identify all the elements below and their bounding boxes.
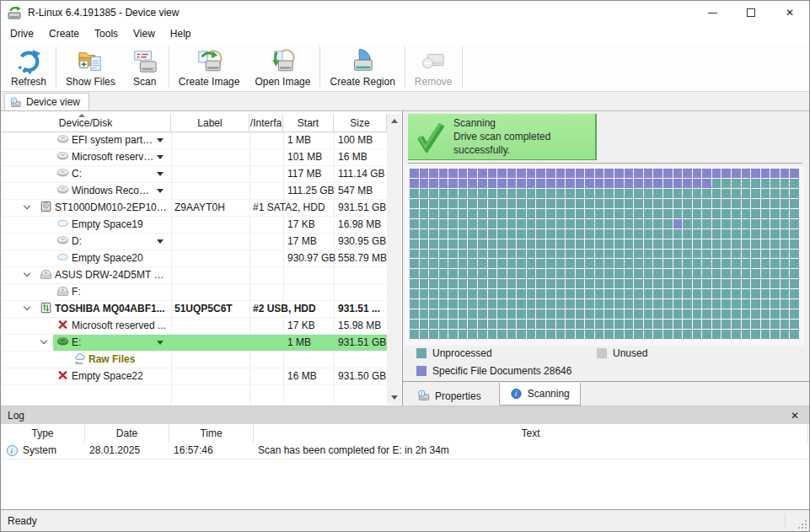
- device-row[interactable]: ASUS DRW-24D5MT 1.00: [1, 267, 387, 284]
- device-row[interactable]: Empty Space1917 KB16.98 MB: [1, 217, 387, 234]
- log-column-date[interactable]: Date: [85, 424, 169, 443]
- scan-block: [517, 189, 526, 198]
- minimize-button[interactable]: [693, 1, 732, 24]
- scan-block: [527, 239, 536, 249]
- log-entry[interactable]: iSystem28.01.202516:57:46Scan has been c…: [1, 443, 809, 459]
- device-row[interactable]: D:17 MB930.95 GB: [1, 234, 387, 250]
- log-column-text[interactable]: Text: [254, 424, 808, 443]
- scan-block: [790, 279, 799, 288]
- tree-scrollbar[interactable]: [387, 114, 401, 405]
- menu-item-drive[interactable]: Drive: [3, 25, 41, 42]
- refresh-button[interactable]: Refresh: [3, 43, 54, 91]
- tab-properties[interactable]: iProperties: [407, 386, 491, 406]
- column-header-interfa[interactable]: /Interfa: [249, 114, 283, 132]
- scan-block: [439, 269, 448, 278]
- create-image-button[interactable]: Create Image: [171, 43, 248, 91]
- scan-block: [721, 239, 731, 249]
- device-start: 117 MB: [287, 166, 334, 183]
- create-region-button[interactable]: Create Region: [322, 43, 402, 91]
- device-row[interactable]: E:1 MB931.51 GB: [1, 335, 387, 352]
- device-size: 16 MB: [338, 149, 387, 166]
- scan-block: [702, 309, 711, 319]
- device-row[interactable]: Microsoft reserved ...101 MB16 MB: [1, 149, 387, 166]
- scan-block: [732, 229, 741, 239]
- scan-block: [517, 219, 526, 228]
- close-button[interactable]: ✕: [770, 1, 809, 24]
- scan-block: [702, 229, 711, 239]
- device-row[interactable]: EFI system partition1 MB100 MB: [1, 132, 387, 149]
- device-row[interactable]: Windows Recovery ...111.25 GB547 MB: [1, 183, 387, 200]
- status-bar: Ready: [1, 509, 809, 531]
- expander-icon[interactable]: [24, 204, 33, 221]
- scan-block: [693, 169, 702, 178]
- resize-grip[interactable]: [798, 520, 807, 529]
- scan-block: [644, 179, 653, 188]
- scan-block: [770, 219, 780, 228]
- device-row[interactable]: RawRaw Files: [1, 352, 387, 368]
- scan-block: [721, 250, 731, 259]
- device-row[interactable]: Empty Space20930.97 GB558.79 MB: [1, 250, 387, 267]
- device-row[interactable]: Microsoft reserved ...17 KB15.98 MB: [1, 318, 387, 335]
- menu-item-tools[interactable]: Tools: [87, 25, 126, 42]
- device-row[interactable]: C:117 MB111.14 GB: [1, 166, 387, 183]
- scan-block: [497, 299, 507, 309]
- dropdown-arrow-icon[interactable]: [157, 239, 164, 256]
- dropdown-arrow-icon[interactable]: [157, 341, 164, 357]
- dropdown-arrow-icon[interactable]: [157, 172, 164, 189]
- scan-block: [614, 169, 624, 178]
- scan-block: [507, 199, 517, 208]
- scan-block: [585, 169, 594, 178]
- expander-icon[interactable]: [24, 271, 33, 288]
- maximize-button[interactable]: [732, 1, 770, 24]
- scan-block: [439, 299, 448, 309]
- show-files-button[interactable]: Show Files: [58, 43, 123, 91]
- log-rows: iSystem28.01.202516:57:46Scan has been c…: [1, 443, 809, 459]
- device-row[interactable]: Empty Space2216 MB931.50 GB: [1, 368, 387, 385]
- expander-icon[interactable]: [41, 339, 50, 356]
- scan-block: [702, 250, 711, 259]
- menu-item-help[interactable]: Help: [163, 25, 199, 42]
- scan-block: [693, 189, 702, 198]
- scan-button[interactable]: Scan: [123, 43, 167, 91]
- tab-scanning[interactable]: iScanning: [499, 383, 581, 406]
- menu-item-create[interactable]: Create: [41, 25, 87, 42]
- column-header-label[interactable]: Label: [171, 114, 249, 132]
- device-row[interactable]: TOSHIBA MQ04ABF1...51UQP5C6T#2 USB, HDD9…: [1, 301, 387, 318]
- scan-block: [527, 229, 536, 239]
- scan-block: [468, 330, 477, 339]
- scan-block: [595, 250, 604, 259]
- scan-block: [536, 289, 545, 298]
- open-image-button[interactable]: Open Image: [247, 43, 318, 91]
- scan-block: [546, 259, 555, 268]
- scan-block: [448, 320, 458, 329]
- column-header-devicedisk[interactable]: Device/Disk: [1, 114, 171, 132]
- scan-block: [439, 169, 448, 178]
- scan-block: [439, 219, 448, 228]
- scroll-up-icon[interactable]: [387, 114, 401, 128]
- scroll-down-icon[interactable]: [387, 390, 401, 405]
- dropdown-arrow-icon[interactable]: [157, 138, 164, 155]
- menu-item-view[interactable]: View: [126, 25, 163, 42]
- scan-block: [673, 239, 683, 249]
- scan-block: [459, 330, 468, 339]
- scan-block: [536, 199, 545, 208]
- scan-block: [468, 299, 477, 309]
- column-header-size[interactable]: Size: [334, 114, 387, 132]
- column-header-start[interactable]: Start: [283, 114, 334, 132]
- scan-block: [780, 279, 790, 288]
- scan-block: [790, 209, 799, 218]
- scan-block: [712, 239, 721, 249]
- log-close-icon[interactable]: ✕: [787, 410, 802, 422]
- scan-block: [429, 269, 438, 278]
- dropdown-arrow-icon[interactable]: [157, 155, 164, 172]
- scan-block: [439, 229, 448, 239]
- toolbar-button-label: Create Image: [179, 76, 240, 88]
- log-column-time[interactable]: Time: [169, 424, 254, 443]
- tab-device-view[interactable]: i Device view: [4, 93, 89, 110]
- expander-icon[interactable]: [24, 305, 33, 322]
- scan-block: [546, 179, 555, 188]
- device-row[interactable]: F:: [1, 284, 387, 301]
- device-row[interactable]: ST1000DM010-2EP102 ...Z9AAYT0H#1 SATA2, …: [1, 200, 387, 217]
- log-column-type[interactable]: Type: [1, 424, 85, 443]
- remove-button[interactable]: Remove: [407, 43, 460, 91]
